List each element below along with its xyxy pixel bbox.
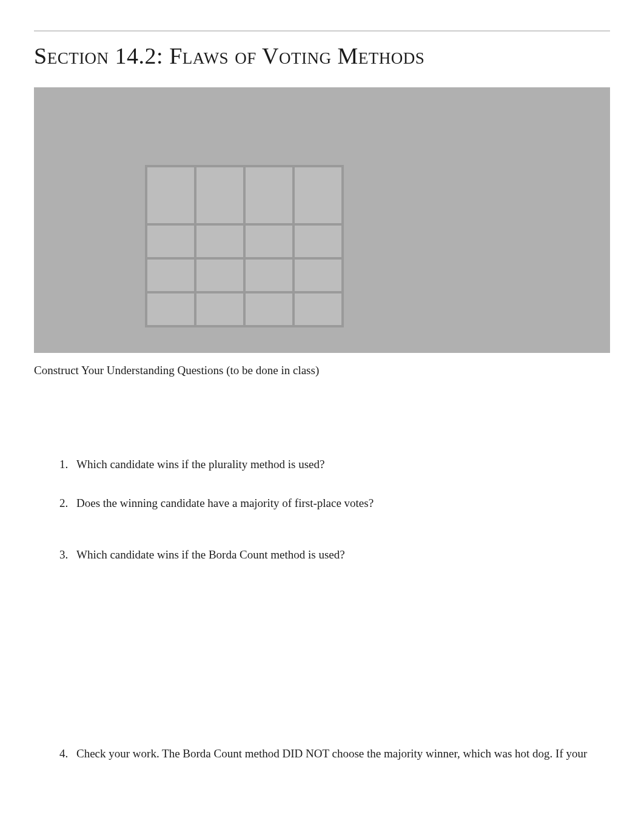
section-title: Section 14.2: Flaws of Voting Methods [34,38,610,69]
table-cell [194,165,246,226]
table-cell [243,165,295,226]
title-divider [34,30,610,32]
blurred-figure [34,87,610,353]
table-cell [292,257,344,293]
question-item: 2. Does the winning candidate have a maj… [59,495,610,512]
question-number: 3. [59,546,76,563]
question-text: Which candidate wins if the Borda Count … [76,546,345,563]
table-cell [194,257,246,293]
question-item: 1. Which candidate wins if the plurality… [59,456,610,473]
table-cell [292,291,344,327]
question-item: 3. Which candidate wins if the Borda Cou… [59,546,610,563]
document-page: Section 14.2: Flaws of Voting Methods [0,0,644,786]
table-cell [292,223,344,260]
table-cell [145,291,196,327]
question-item: 4. Check your work. The Borda Count meth… [59,745,610,762]
table-cell [194,223,246,260]
question-number: 1. [59,456,76,473]
question-number: 2. [59,495,76,512]
question-text: Does the winning candidate have a majori… [76,495,374,512]
table-cell [243,291,295,327]
table-cell [145,223,196,260]
subtitle-text: Construct Your Understanding Questions (… [34,364,610,377]
question-list: 1. Which candidate wins if the plurality… [34,456,610,762]
table-cell [145,257,196,293]
question-number: 4. [59,745,76,762]
question-text: Which candidate wins if the plurality me… [76,456,324,473]
table-cell [145,165,196,226]
table-cell [243,223,295,260]
question-text: Check your work. The Borda Count method … [76,745,587,762]
blurred-table [146,166,352,326]
table-cell [194,291,246,327]
table-cell [243,257,295,293]
table-cell [292,165,344,226]
